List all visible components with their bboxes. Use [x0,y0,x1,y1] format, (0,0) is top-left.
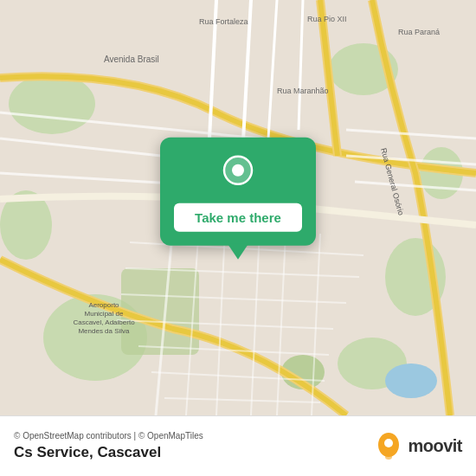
map-container: Avenida Brasil Rua Fortaleza Rua Pio XII… [0,0,476,415]
svg-text:Cascavel, Adalberto: Cascavel, Adalberto [73,318,135,326]
take-me-there-button[interactable]: Take me there [174,203,302,232]
svg-text:Rua Paraná: Rua Paraná [398,28,440,36]
svg-point-10 [385,363,437,398]
svg-point-47 [232,164,244,177]
location-info: © OpenStreetMap contributors | © OpenMap… [14,431,203,461]
svg-point-50 [385,454,392,460]
svg-point-49 [384,439,393,447]
svg-text:Rua Fortaleza: Rua Fortaleza [199,17,248,26]
moovit-logo: moovit [375,433,462,460]
svg-text:Avenida Brasil: Avenida Brasil [104,55,159,64]
popup-card: Take me there [160,138,316,246]
svg-text:Rua Pio XII: Rua Pio XII [307,15,347,23]
moovit-icon [375,433,402,460]
map-attribution: © OpenStreetMap contributors | © OpenMap… [14,431,203,441]
bottom-bar: © OpenStreetMap contributors | © OpenMap… [0,415,476,476]
svg-point-1 [9,74,95,134]
moovit-brand-text: moovit [408,436,462,456]
svg-text:Municipal de: Municipal de [85,310,124,318]
svg-text:Mendes da Silva: Mendes da Silva [78,327,130,335]
place-name: Cs Service, Cascavel [14,444,203,461]
location-pin-icon [219,155,257,193]
svg-text:Rua Maranhão: Rua Maranhão [277,87,329,95]
svg-text:Aeroporto: Aeroporto [88,301,119,309]
